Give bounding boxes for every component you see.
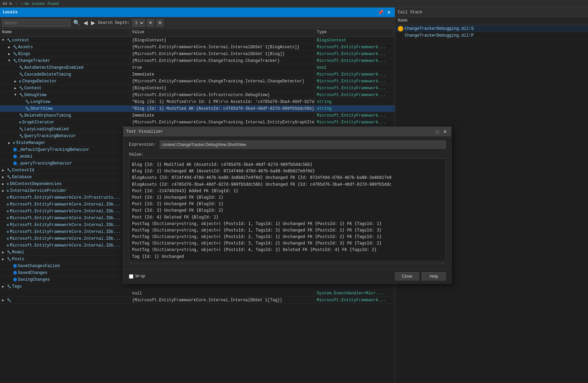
cell-value: [130, 283, 315, 290]
expand-arrow[interactable]: [14, 86, 19, 90]
expand-arrow[interactable]: [2, 298, 7, 302]
cell-type: bool: [315, 64, 393, 71]
help-button[interactable]: Help: [422, 272, 446, 280]
search-icon-btn[interactable]: 🔍: [73, 19, 81, 26]
call-stack-row[interactable]: ChangeTrackerDebugging.dll!P: [395, 32, 588, 39]
type-icon: 🔧: [13, 59, 17, 63]
expand-all-button[interactable]: ⊞: [156, 19, 164, 27]
search-input[interactable]: [2, 19, 70, 27]
type-icon: ⚙: [7, 209, 9, 213]
cell-name: 🔵_model: [0, 153, 130, 160]
type-icon: 🔵: [13, 271, 17, 275]
cell-name: ⚙InternalServiceProvider: [0, 187, 130, 194]
locals-header: Locals 📌 ✕: [0, 8, 395, 17]
type-icon: 🔧: [25, 107, 29, 111]
table-row[interactable]: 🔧context {BlogsContext} BlogsContext: [0, 37, 395, 44]
cell-value: Immediate: [130, 112, 315, 119]
cell-type: Microsoft.EntityFramework...: [315, 112, 393, 119]
type-icon: 🔧: [7, 285, 11, 289]
table-row[interactable]: 🔧 {Microsoft.EntityFrameworkCore.Interna…: [0, 297, 395, 304]
type-icon: 🔵: [13, 155, 17, 159]
refresh-button[interactable]: ⚙: [147, 19, 154, 27]
expand-arrow[interactable]: [8, 59, 13, 63]
close-button[interactable]: Close: [395, 272, 419, 280]
cell-value: Immediate: [130, 71, 315, 78]
cell-value: {BlogsContext}: [130, 37, 315, 43]
expression-field: Expression:: [129, 141, 446, 149]
table-row[interactable]: 🔧CascadeDeleteTiming Immediate Microsoft…: [0, 71, 395, 78]
cell-value: {Microsoft.EntityFrameworkCore.Internal.…: [130, 297, 315, 303]
table-row[interactable]: 🔧Blogs {Microsoft.EntityFrameworkCore.In…: [0, 51, 395, 57]
wrap-label: Wrap: [135, 274, 145, 279]
value-label-area: Value:: [129, 152, 446, 157]
table-row[interactable]: 🔧DebugView {Microsoft.EntityFrameworkCor…: [0, 92, 395, 98]
table-row[interactable]: 🔧Assets {Microsoft.EntityFrameworkCore.I…: [0, 44, 395, 51]
cell-name: [0, 290, 130, 296]
table-row[interactable]: null System.EventHandler<Micr...: [0, 290, 395, 297]
expand-arrow[interactable]: [2, 182, 7, 186]
expand-arrow[interactable]: [8, 141, 13, 145]
expand-arrow[interactable]: [8, 52, 13, 56]
dialog-controls: □ ✕: [435, 129, 448, 134]
type-icon: 🔧: [19, 114, 23, 118]
type-icon: 🔧: [19, 66, 23, 70]
close-locals-button[interactable]: ✕: [386, 10, 392, 15]
table-row[interactable]: 🔧AutoDetectChangesEnabled true bool: [0, 64, 395, 71]
expand-arrow[interactable]: [2, 168, 7, 172]
expand-arrow[interactable]: [14, 79, 19, 83]
search-depth-select[interactable]: 3 1 2 4 5: [132, 19, 145, 27]
value-textarea[interactable]: Blog {Id: 1} Modified AK {AssetsId: c478…: [129, 158, 446, 261]
type-icon: ⚙: [7, 189, 9, 193]
wrap-checkbox[interactable]: [129, 274, 133, 279]
expand-arrow[interactable]: [2, 175, 7, 179]
cell-name: 🔵SaveChangesFailed: [0, 263, 130, 269]
expand-arrow[interactable]: [2, 38, 7, 42]
call-stack-col-header: Name: [395, 17, 588, 25]
table-row[interactable]: 🔧ChangeTracker {Microsoft.EntityFramewor…: [0, 57, 395, 64]
dialog-close-button[interactable]: ✕: [442, 129, 448, 134]
cell-name: ⚙GraphIterator: [0, 119, 130, 126]
cell-type: Microsoft.EntityFramework...: [315, 85, 393, 91]
type-icon: 🔧: [19, 93, 23, 97]
type-icon: 🔧: [7, 257, 11, 261]
expand-arrow[interactable]: [2, 257, 7, 261]
cell-name: 🔧Assets: [0, 44, 130, 50]
type-icon: 🔧: [19, 127, 23, 131]
table-row[interactable]: 🔧DeleteOrphansTiming Immediate Microsoft…: [0, 112, 395, 119]
text-visualizer-dialog[interactable]: Text Visualizer □ ✕ Expression: Value: B…: [123, 127, 452, 283]
table-row[interactable]: 🔧LongView "Blog {Id: 1} Modified\r\n Id:…: [0, 98, 395, 105]
cell-name: 🔧DebugView: [0, 92, 130, 98]
forward-button[interactable]: ▶: [90, 19, 96, 26]
expand-arrow[interactable]: [14, 93, 19, 97]
cell-name: 🔧CascadeDeleteTiming: [0, 71, 130, 78]
type-icon: ⚙: [7, 182, 9, 186]
back-button[interactable]: ◀: [83, 19, 88, 26]
table-row-selected[interactable]: 🔧ShortView "Blog {Id: 1} Modified AK {As…: [0, 105, 395, 112]
cell-value: null: [130, 290, 315, 296]
table-row[interactable]: ⚙GraphIterator {Microsoft.EntityFramewor…: [0, 119, 395, 126]
expand-arrow[interactable]: [2, 285, 7, 289]
cell-value: true: [130, 64, 315, 71]
cell-type: Microsoft.EntityFramework...: [315, 92, 393, 98]
expression-input[interactable]: [160, 141, 446, 149]
col-value-header: Value: [130, 29, 315, 37]
pin-button[interactable]: 📌: [377, 10, 384, 15]
call-stack-header: Call Stack: [395, 8, 588, 17]
table-row[interactable]: ⚙ChangeDetector {Microsoft.EntityFramewo…: [0, 78, 395, 85]
cell-name: 🔧: [0, 297, 130, 303]
table-row[interactable]: 🔧Tags: [0, 283, 395, 290]
expand-arrow[interactable]: [2, 250, 7, 254]
cell-name: 🔧LazyLoadingEnabled: [0, 126, 130, 132]
call-stack-row[interactable]: ChangeTrackerDebugging.dll!S: [395, 25, 588, 32]
cell-value: {Microsoft.EntityFrameworkCore.Internal.…: [130, 44, 315, 50]
cell-name: 🔧Context: [0, 85, 130, 91]
table-row[interactable]: 🔧Context {BlogsContext} Microsoft.Entity…: [0, 85, 395, 92]
cell-value: {Microsoft.EntityFrameworkCore.Internal.…: [130, 51, 315, 57]
expand-arrow[interactable]: [8, 45, 13, 49]
type-icon: 🔧: [7, 168, 11, 172]
h-scrollbar[interactable]: ◄ ►: [129, 261, 446, 265]
type-icon: 🔵: [13, 278, 17, 282]
type-icon: ⚙: [7, 202, 9, 207]
expand-arrow[interactable]: [2, 189, 7, 193]
dialog-maximize-button[interactable]: □: [435, 129, 440, 134]
